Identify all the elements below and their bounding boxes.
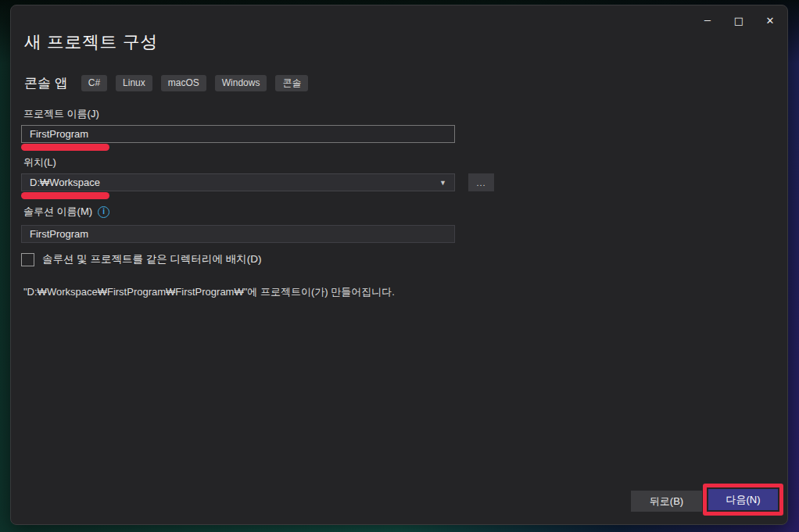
info-icon[interactable]: i — [98, 206, 109, 218]
location-label: 위치(L) — [23, 155, 56, 170]
same-directory-checkbox-row: 솔루션 및 프로젝트를 같은 디렉터리에 배치(D) — [21, 252, 262, 266]
browse-location-button[interactable]: ... — [468, 173, 494, 191]
tag-linux: Linux — [116, 75, 152, 91]
template-row: 콘솔 앱 C# Linux macOS Windows 콘솔 — [24, 74, 308, 92]
project-output-path-hint: "D:₩Workspace₩FirstProgram₩FirstProgram₩… — [23, 285, 395, 299]
tag-console: 콘솔 — [275, 75, 308, 91]
tag-csharp: C# — [81, 75, 107, 91]
same-directory-label: 솔루션 및 프로젝트를 같은 디렉터리에 배치(D) — [42, 252, 262, 266]
close-icon[interactable]: ✕ — [754, 10, 786, 30]
red-marker-underline-project-name — [21, 144, 109, 151]
red-marker-underline-location — [21, 192, 109, 199]
solution-name-label: 솔루션 이름(M) — [23, 205, 92, 219]
minimize-icon[interactable]: ─ — [692, 10, 723, 30]
tag-macos: macOS — [161, 75, 206, 91]
next-button[interactable]: 다음(N) — [708, 489, 778, 510]
configure-new-project-dialog: ─ □ ✕ 새 프로젝트 구성 콘솔 앱 C# Linux macOS Wind… — [10, 5, 788, 525]
red-marker-box-next-button: 다음(N) — [703, 484, 783, 516]
template-name: 콘솔 앱 — [24, 74, 68, 92]
tag-windows: Windows — [215, 75, 267, 91]
same-directory-checkbox[interactable] — [21, 253, 34, 266]
solution-name-input[interactable] — [21, 225, 455, 243]
location-dropdown[interactable]: D:₩Workspace ▼ — [21, 173, 455, 191]
maximize-icon[interactable]: □ — [723, 10, 754, 30]
project-name-input[interactable] — [21, 125, 455, 143]
solution-name-label-row: 솔루션 이름(M) i — [23, 205, 109, 219]
back-button[interactable]: 뒤로(B) — [631, 491, 702, 512]
project-name-label: 프로젝트 이름(J) — [23, 107, 99, 121]
location-dropdown-value: D:₩Workspace — [30, 177, 100, 188]
page-title: 새 프로젝트 구성 — [24, 30, 158, 54]
titlebar-controls: ─ □ ✕ — [692, 10, 786, 30]
chevron-down-icon: ▼ — [439, 179, 446, 187]
